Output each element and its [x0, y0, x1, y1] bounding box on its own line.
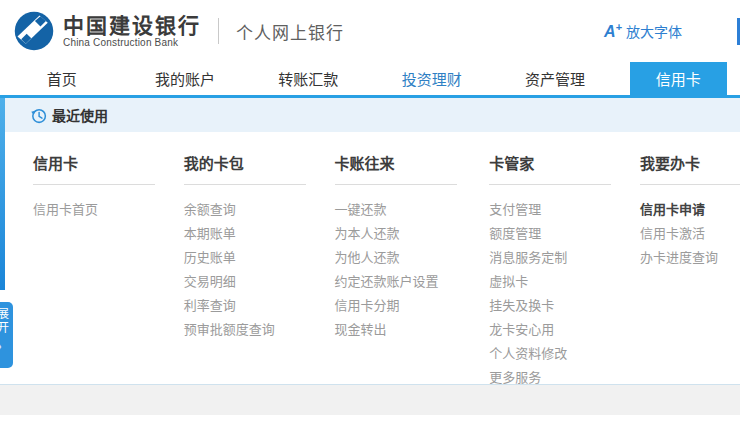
- menu-item-installment[interactable]: 信用卡分期: [335, 294, 490, 318]
- menu-item-balance-inquiry[interactable]: 余额查询: [184, 198, 335, 222]
- menu-column-my-cards: 我的卡包 余额查询 本期账单 历史账单 交易明细 利率查询 预审批额度查询: [184, 152, 335, 384]
- menu-item-payment-management[interactable]: 支付管理: [489, 198, 640, 222]
- menu-item-message-service[interactable]: 消息服务定制: [489, 246, 640, 270]
- menu-column-card-transactions: 卡账往来 一键还款 为本人还款 为他人还款 约定还款账户设置 信用卡分期 现金转…: [335, 152, 490, 384]
- menu-item-more-services[interactable]: 更多服务: [489, 366, 640, 390]
- bank-name-cn: 中国建设银行: [63, 14, 201, 37]
- menu-item-limit-management[interactable]: 额度管理: [489, 222, 640, 246]
- menu-item-history-statement[interactable]: 历史账单: [184, 246, 335, 270]
- menu-item-rate-inquiry[interactable]: 利率查询: [184, 294, 335, 318]
- primary-nav: 首页 我的账户 转账汇款 投资理财 资产管理 信用卡: [0, 62, 740, 98]
- menu-item-loss-replace-card[interactable]: 挂失及换卡: [489, 294, 640, 318]
- menu-item-profile-modify[interactable]: 个人资料修改: [489, 342, 640, 366]
- menu-item-repay-account-setting[interactable]: 约定还款账户设置: [335, 270, 490, 294]
- history-clock-icon: [30, 107, 47, 124]
- bank-brand: 中国建设银行 China Construction Bank: [63, 14, 201, 48]
- menu-column-apply-card: 我要办卡 信用卡申请 信用卡激活 办卡进度查询: [640, 152, 740, 384]
- recent-used-label: 最近使用: [52, 105, 108, 125]
- menu-item-application-progress[interactable]: 办卡进度查询: [640, 246, 740, 270]
- nav-item-home[interactable]: 首页: [0, 62, 123, 95]
- nav-item-credit-card-active[interactable]: 信用卡: [617, 62, 740, 95]
- page: 中国建设银行 China Construction Bank 个人网上银行 A+…: [0, 0, 740, 425]
- ccb-logo-icon: [12, 9, 56, 53]
- menu-item-longcard-safe-use[interactable]: 龙卡安心用: [489, 318, 640, 342]
- header: 中国建设银行 China Construction Bank 个人网上银行 A+…: [0, 0, 740, 62]
- menu-item-virtual-card[interactable]: 虚拟卡: [489, 270, 640, 294]
- font-zoom-label: 放大字体: [626, 24, 682, 40]
- recent-used-bar: 最近使用: [0, 98, 740, 132]
- side-panel-toggle[interactable]: 展开 〉: [0, 302, 13, 368]
- menu-item-repay-others[interactable]: 为他人还款: [335, 246, 490, 270]
- menu-column-card-manager: 卡管家 支付管理 额度管理 消息服务定制 虚拟卡 挂失及换卡 龙卡安心用 个人资…: [489, 152, 640, 384]
- side-panel-toggle-inner: 展开 〉: [0, 307, 13, 354]
- nav-item-investment[interactable]: 投资理财: [370, 62, 493, 95]
- menu-column-title: 卡账往来: [335, 152, 457, 185]
- panel-accent-bar: [0, 98, 5, 290]
- menu-item-credit-card-home[interactable]: 信用卡首页: [33, 198, 184, 222]
- menu-columns: 信用卡 信用卡首页 我的卡包 余额查询 本期账单 历史账单 交易明细 利率查询 …: [0, 132, 740, 384]
- nav-item-asset-management[interactable]: 资产管理: [493, 62, 616, 95]
- bank-name-en: China Construction Bank: [63, 37, 201, 48]
- menu-item-repay-self[interactable]: 为本人还款: [335, 222, 490, 246]
- header-divider: [218, 18, 219, 44]
- active-tab-label: 信用卡: [630, 62, 727, 98]
- font-zoom-button[interactable]: A+ 放大字体: [604, 21, 682, 41]
- chevron-right-icon: 〉: [0, 338, 13, 354]
- menu-column-title: 我的卡包: [184, 152, 306, 185]
- menu-column-title: 信用卡: [33, 152, 155, 185]
- menu-item-cash-transfer-out[interactable]: 现金转出: [335, 318, 490, 342]
- product-title: 个人网上银行: [236, 19, 344, 44]
- menu-item-one-key-repay[interactable]: 一键还款: [335, 198, 490, 222]
- side-panel-toggle-label: 展开: [0, 307, 11, 335]
- nav-item-my-accounts[interactable]: 我的账户: [123, 62, 246, 95]
- nav-item-transfer[interactable]: 转账汇款: [247, 62, 370, 95]
- menu-column-title: 我要办卡: [640, 152, 740, 185]
- menu-item-card-activation[interactable]: 信用卡激活: [640, 222, 740, 246]
- menu-item-card-application[interactable]: 信用卡申请: [640, 198, 740, 222]
- menu-item-preapproved-limit[interactable]: 预审批额度查询: [184, 318, 335, 342]
- menu-item-transaction-detail[interactable]: 交易明细: [184, 270, 335, 294]
- menu-column-credit-card: 信用卡 信用卡首页: [33, 152, 184, 384]
- credit-card-menu-panel: 最近使用 信用卡 信用卡首页 我的卡包 余额查询 本期账单 历史账单 交易明细 …: [0, 98, 740, 415]
- menu-column-title: 卡管家: [489, 152, 611, 185]
- font-zoom-a: A: [604, 23, 616, 40]
- menu-item-current-statement[interactable]: 本期账单: [184, 222, 335, 246]
- font-zoom-plus: +: [616, 21, 622, 33]
